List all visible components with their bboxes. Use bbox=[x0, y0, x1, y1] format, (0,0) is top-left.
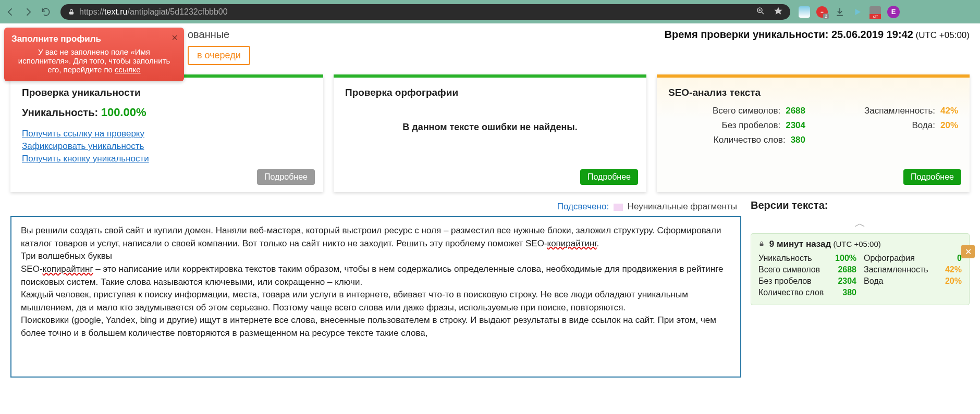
extensions: 2 off E bbox=[799, 6, 900, 18]
back-icon[interactable] bbox=[5, 7, 16, 17]
seo-more-button[interactable]: Подробнее bbox=[903, 169, 961, 185]
queue-button[interactable]: в очереди bbox=[188, 46, 250, 65]
check-time: Время проверки уникальности: 25.06.2019 … bbox=[665, 29, 970, 41]
seo-stat-row: Количество слов:380 bbox=[668, 135, 805, 145]
ext-play-icon[interactable] bbox=[852, 6, 863, 18]
uniq-link-2[interactable]: Зафиксировать уникальность bbox=[22, 141, 312, 152]
version-item[interactable]: 9 минут назад (UTC +05:00) Уникальность1… bbox=[751, 233, 970, 305]
browser-chrome: https://text.ru/antiplagiat/5d1232cfbbb0… bbox=[0, 0, 980, 23]
spell-title: Проверка орфографии bbox=[345, 87, 635, 98]
spell-message: В данном тексте ошибки не найдены. bbox=[345, 122, 635, 133]
url-text: https://text.ru/antiplagiat/5d1232cfbbb0… bbox=[79, 7, 228, 17]
svg-marker-6 bbox=[855, 9, 861, 15]
ext-bird-icon[interactable] bbox=[799, 6, 810, 18]
seo-stat-row: Без пробелов:2304 bbox=[668, 120, 805, 131]
spell-more-button[interactable]: Подробнее bbox=[580, 169, 638, 185]
version-head: 9 минут назад (UTC +05:00) bbox=[758, 239, 962, 249]
profile-avatar[interactable]: E bbox=[887, 6, 900, 18]
ext-badge-count: 2 bbox=[823, 14, 829, 19]
version-stat-row: Всего символов2688 bbox=[758, 265, 856, 274]
seo-title: SEO-анализ текста bbox=[668, 87, 958, 98]
svg-rect-7 bbox=[760, 244, 764, 246]
alert-title: Заполните профиль bbox=[11, 34, 177, 44]
chevron-up-icon[interactable]: ︿ bbox=[751, 216, 970, 231]
nav-buttons bbox=[5, 7, 51, 17]
version-stat-row: Заспамленность42% bbox=[864, 265, 962, 274]
svg-rect-0 bbox=[69, 11, 74, 14]
profile-alert: × Заполните профиль У вас не заполнено п… bbox=[4, 28, 184, 81]
forward-icon[interactable] bbox=[23, 7, 33, 17]
ext-off-icon[interactable]: off bbox=[869, 6, 881, 18]
ext-adblock-icon[interactable]: 2 bbox=[816, 6, 828, 18]
truncated-word: ованные bbox=[188, 29, 229, 41]
seo-stat-row: Заспамленность:42% bbox=[821, 106, 958, 116]
legend: Подсвечено: Неуникальные фрагменты bbox=[10, 199, 741, 216]
versions-title: Версии текста: bbox=[751, 199, 970, 211]
legend-swatch bbox=[614, 204, 623, 211]
svg-marker-5 bbox=[775, 7, 782, 14]
version-stat-row: Без пробелов2304 bbox=[758, 277, 856, 286]
alert-link[interactable]: ссылке bbox=[115, 65, 141, 74]
star-icon[interactable] bbox=[774, 6, 783, 18]
seo-card: SEO-анализ текста Всего символов:2688Без… bbox=[657, 74, 970, 192]
text-panel: Подсвечено: Неуникальные фрагменты Вы ре… bbox=[10, 199, 741, 378]
spellcheck-card: Проверка орфографии В данном тексте ошиб… bbox=[334, 74, 646, 192]
side-close-button[interactable]: ✕ bbox=[961, 245, 975, 258]
uniq-title: Проверка уникальности bbox=[22, 87, 312, 98]
address-actions bbox=[756, 6, 783, 18]
version-stat-row: Количество слов380 bbox=[758, 288, 856, 297]
uniq-link-1[interactable]: Получить ссылку на проверку bbox=[22, 129, 312, 139]
alert-body: У вас не заполнено поле «Имя исполнителя… bbox=[18, 47, 170, 74]
uniqueness-card: Проверка уникальности Уникальность: 100.… bbox=[10, 74, 323, 192]
zoom-icon[interactable] bbox=[756, 6, 765, 18]
download-icon[interactable] bbox=[834, 6, 846, 18]
main-textarea[interactable]: Вы решили создать свой сайт и купили дом… bbox=[10, 216, 741, 378]
version-stat-row: Орфография0 bbox=[864, 254, 962, 263]
lock-icon bbox=[758, 239, 765, 249]
version-stat-row: Вода20% bbox=[864, 277, 962, 286]
seo-stat-row: Вода:20% bbox=[821, 120, 958, 131]
uniq-line: Уникальность: 100.00% bbox=[22, 106, 312, 119]
close-icon[interactable]: × bbox=[172, 32, 178, 44]
reload-icon[interactable] bbox=[41, 7, 51, 17]
uniq-more-button[interactable]: Подробнее bbox=[257, 169, 315, 185]
svg-line-2 bbox=[762, 12, 764, 14]
seo-stat-row: Всего символов:2688 bbox=[668, 106, 805, 116]
version-stat-row: Уникальность100% bbox=[758, 254, 856, 263]
address-bar[interactable]: https://text.ru/antiplagiat/5d1232cfbbb0… bbox=[60, 4, 790, 20]
versions-panel: Версии текста: ︿ 9 минут назад (UTC +05:… bbox=[751, 199, 970, 378]
lock-icon bbox=[68, 8, 75, 16]
uniq-link-3[interactable]: Получить кнопку уникальности bbox=[22, 154, 312, 164]
